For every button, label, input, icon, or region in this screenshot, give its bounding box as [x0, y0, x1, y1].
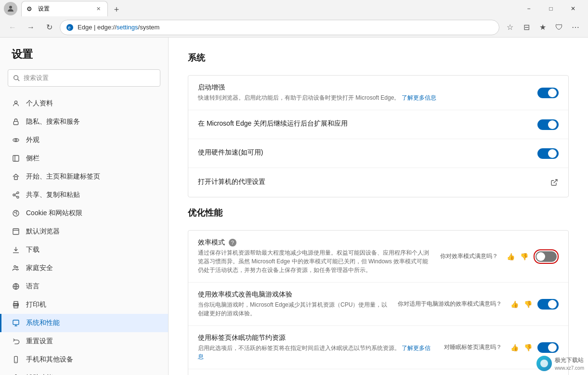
efficiency-question-badge[interactable]: ? [229, 239, 236, 246]
address-bar[interactable]: e Edge | edge://settings/system [60, 20, 499, 35]
reset-icon [12, 337, 20, 346]
svg-point-14 [17, 196, 19, 198]
sleeping-tabs-row: 使用标签页休眠功能节约资源 启用此选项后，不活跃的标签页将在指定时间后进入休眠状… [188, 326, 568, 369]
collections-button[interactable]: ★ [535, 20, 550, 35]
sleeping-thumbup-button[interactable]: 👍 [509, 342, 520, 353]
split-screen-button[interactable]: ⊟ [519, 20, 534, 35]
sidebar-item-sidebar[interactable]: 侧栏 [0, 149, 168, 168]
sidebar-item-language[interactable]: 语言 [0, 277, 168, 296]
sidebar-item-printer[interactable]: 打印机 [0, 296, 168, 314]
efficiency-mode-control: 你对效率模式满意吗？ 👍 👎 [440, 249, 559, 264]
browser-window: ⚙ 设置 ✕ + − □ ✕ ← → ↻ e Edge | edge://set… [0, 0, 588, 375]
sidebar-label-newtab: 开始、主页和新建标签页 [26, 172, 100, 181]
browser-essentials-button[interactable]: 🛡 [551, 20, 567, 35]
sidebar-label-cookies: Cookie 和网站权限 [26, 209, 82, 218]
address-text: Edge | edge://settings/system [78, 24, 493, 31]
system-settings-card: 启动增强 快速转到浏览器。启用此功能后，有助于启动设备时更快打开 Microso… [188, 75, 569, 197]
nav-right-buttons: ☆ ⊟ ★ 🛡 ⋯ [502, 20, 583, 35]
eye-icon [12, 136, 20, 144]
nav-bar: ← → ↻ e Edge | edge://settings/system ☆ … [0, 17, 588, 38]
svg-rect-11 [14, 177, 18, 180]
forward-button[interactable]: → [23, 20, 39, 35]
refresh-button[interactable]: ↻ [41, 20, 57, 35]
restore-button[interactable]: □ [540, 1, 562, 16]
game-thumbup-button[interactable]: 👍 [509, 298, 520, 310]
startup-boost-toggle[interactable] [537, 88, 559, 98]
profile-icon[interactable] [4, 2, 17, 15]
tab-favicon: ⚙ [26, 5, 34, 13]
hardware-accel-label: 使用硬件加速(如可用) [198, 148, 530, 157]
svg-point-17 [13, 210, 19, 216]
efficiency-mode-toggle[interactable] [536, 251, 557, 262]
tab-bar: ⚙ 设置 ✕ + [21, 1, 123, 16]
address-sep: | [92, 24, 97, 31]
svg-point-0 [9, 6, 12, 9]
hardware-accel-info: 使用硬件加速(如可用) [198, 148, 530, 158]
sidebar-label-download: 下载 [26, 246, 39, 254]
watermark-logo [536, 356, 552, 371]
efficiency-thumbup-button[interactable]: 👍 [505, 251, 516, 262]
sidebar-item-mobile[interactable]: 手机和其他设备 [0, 350, 168, 369]
svg-point-18 [14, 212, 15, 213]
more-button[interactable]: ⋯ [568, 20, 583, 35]
game-rating-label: 你对适用于电脑游戏的效率模式满意吗？ [398, 300, 502, 308]
svg-point-30 [17, 304, 18, 305]
external-link-icon[interactable] [550, 178, 559, 187]
settings-tab[interactable]: ⚙ 设置 ✕ [21, 1, 108, 16]
sidebar-item-accessibility[interactable]: 辅助功能 [0, 369, 168, 375]
favorites-button[interactable]: ☆ [502, 20, 518, 35]
sidebar-item-newtab[interactable]: 开始、主页和新建标签页 [0, 168, 168, 186]
browser-icon [12, 227, 20, 236]
game-performance-desc: 当你玩电脑游戏时，Microsoft Edge减少其计算机资源（CPU）使用量，… [198, 300, 390, 318]
sidebar-item-profile[interactable]: 个人资料 [0, 94, 168, 113]
sidebar-label-appearance: 外观 [26, 136, 39, 144]
mobile-icon [12, 355, 20, 364]
svg-line-15 [15, 195, 17, 197]
sidebar-label-browser: 默认浏览器 [26, 227, 60, 236]
sidebar-item-appearance[interactable]: 外观 [0, 131, 168, 149]
search-settings-box[interactable]: 搜索设置 [8, 69, 160, 87]
efficiency-mode-info: 效率模式 ? 通过保存计算机资源帮助最大程度地减少电源使用量。权益可能因设备、应… [198, 238, 432, 274]
efficiency-mode-label: 效率模式 ? [198, 238, 432, 247]
startup-boost-link[interactable]: 了解更多信息 [402, 94, 436, 101]
hardware-accel-toggle[interactable] [537, 148, 559, 159]
game-rating-btns: 👍 👎 [509, 298, 534, 310]
address-brand: Edge [78, 24, 92, 31]
sleeping-tabs-desc: 启用此选项后，不活跃的标签页将在指定时间后进入休眠状态以节约系统资源。 了解更多… [198, 344, 436, 361]
close-button[interactable]: ✕ [562, 1, 584, 16]
sidebar-item-family[interactable]: 家庭安全 [0, 259, 168, 277]
background-apps-toggle[interactable] [537, 119, 559, 130]
sidebar-item-privacy[interactable]: 隐私、搜索和服务 [0, 113, 168, 131]
back-button[interactable]: ← [5, 20, 20, 35]
game-performance-row: 使用效率模式改善电脑游戏体验 当你玩电脑游戏时，Microsoft Edge减少… [188, 283, 568, 326]
sidebar-item-browser[interactable]: 默认浏览器 [0, 222, 168, 241]
proxy-info: 打开计算机的代理设置 [198, 178, 542, 188]
sleeping-tabs-toggle[interactable] [537, 342, 559, 353]
svg-rect-34 [14, 356, 18, 362]
efficiency-thumbdown-button[interactable]: 👎 [518, 251, 530, 262]
search-placeholder: 搜索设置 [24, 74, 49, 82]
sleeping-rating-btns: 👍 👎 [509, 342, 534, 353]
sidebar-label-printer: 打印机 [26, 300, 46, 309]
game-performance-toggle[interactable] [537, 299, 559, 310]
new-tab-button[interactable]: + [110, 3, 123, 16]
sidebar-label-profile: 个人资料 [26, 99, 53, 108]
hardware-accel-row: 使用硬件加速(如可用) [188, 139, 568, 168]
svg-point-25 [16, 267, 18, 268]
sidebar-label-share: 共享、复制和粘贴 [26, 191, 80, 199]
minimize-button[interactable]: − [518, 1, 540, 16]
watermark: 极光下载站www.xz7.com [536, 356, 584, 371]
content-area: 系统 启动增强 快速转到浏览器。启用此功能后，有助于启动设备时更快打开 Micr… [169, 38, 588, 375]
sidebar-item-reset[interactable]: 重置设置 [0, 332, 168, 350]
sidebar-item-cookies[interactable]: Cookie 和网站权限 [0, 204, 168, 222]
sidebar-item-system[interactable]: 系统和性能 [0, 314, 168, 332]
sidebar-item-share[interactable]: 共享、复制和粘贴 [0, 186, 168, 204]
svg-rect-9 [13, 155, 19, 161]
sidebar-item-download[interactable]: 下载 [0, 241, 168, 259]
printer-icon [12, 300, 20, 309]
tab-close-button[interactable]: ✕ [94, 5, 103, 13]
sleeping-thumbdown-button[interactable]: 👎 [522, 342, 534, 353]
language-icon [12, 282, 20, 291]
main-layout: 设置 搜索设置 个人资料 隐私、搜索和服务 [0, 38, 588, 375]
game-thumbdown-button[interactable]: 👎 [522, 298, 534, 310]
